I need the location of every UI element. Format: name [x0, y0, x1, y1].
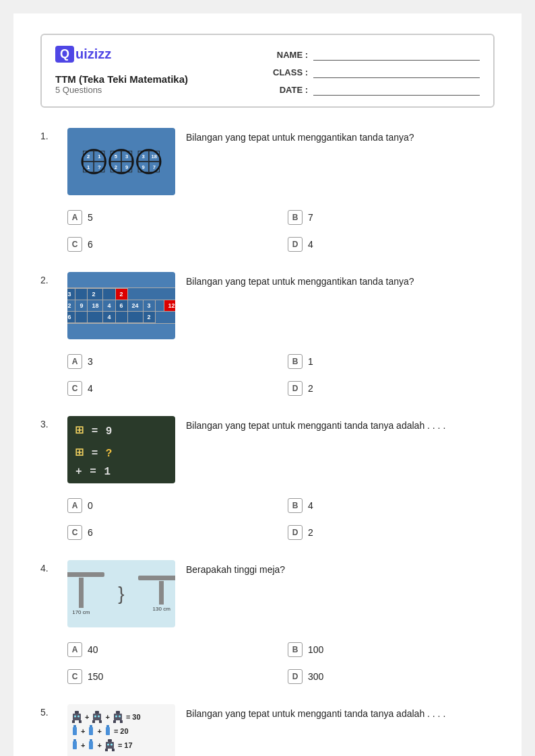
option-4a[interactable]: A 40 [67, 638, 274, 661]
option-2b-value: 1 [308, 356, 313, 367]
question-3-image: ⊞ = 9 ⊞ = ? + = 1 [67, 416, 175, 483]
svg-rect-25 [73, 739, 76, 741]
svg-rect-9 [99, 720, 102, 723]
option-1d[interactable]: D 4 [288, 233, 495, 256]
question-4-num: 4. [40, 560, 57, 574]
option-2d-letter: D [288, 381, 303, 396]
option-2c-letter: C [67, 381, 82, 396]
date-line[interactable] [313, 83, 480, 96]
option-3b-letter: B [288, 498, 303, 513]
option-3d-value: 2 [308, 527, 313, 538]
option-2d[interactable]: D 2 [288, 377, 495, 400]
option-4c-value: 150 [88, 671, 103, 682]
header-left: Q uizizz TTM (Teka Teki Matematika) 5 Qu… [55, 46, 268, 96]
option-1d-value: 4 [308, 239, 313, 250]
option-3b[interactable]: B 4 [288, 494, 495, 517]
option-4a-value: 40 [88, 644, 98, 655]
option-4d[interactable]: D 300 [288, 665, 495, 688]
date-field-row: DATE : [268, 83, 480, 96]
option-3c-value: 6 [88, 527, 93, 538]
option-3c-letter: C [67, 525, 82, 540]
option-3b-value: 4 [308, 500, 313, 511]
chalk-line-3: + = 1 [75, 466, 111, 478]
svg-rect-31 [112, 749, 115, 751]
logo-q: Q [55, 46, 74, 63]
option-3a-letter: A [67, 498, 82, 513]
class-line[interactable] [313, 66, 480, 78]
svg-rect-7 [95, 711, 99, 714]
svg-rect-28 [106, 742, 114, 749]
name-line[interactable] [313, 48, 480, 61]
option-4c-letter: C [67, 669, 82, 684]
option-2a[interactable]: A 3 [67, 350, 274, 373]
option-3a-value: 0 [88, 500, 93, 511]
question-5-row: 5. + + = 30 + [40, 704, 495, 756]
q5-row-3: + + = 17 [71, 739, 171, 751]
question-3-num: 3. [40, 416, 57, 429]
option-3a[interactable]: A 0 [67, 494, 274, 517]
svg-point-33 [111, 744, 113, 746]
svg-rect-20 [89, 727, 93, 735]
svg-point-32 [107, 744, 109, 746]
option-1b-letter: B [288, 210, 303, 225]
option-2a-value: 3 [88, 356, 93, 367]
svg-point-11 [98, 716, 100, 718]
question-4-row: 4. 170 cm } 130 cm [40, 560, 495, 627]
option-1c-value: 6 [88, 239, 93, 250]
option-1a-letter: A [67, 210, 82, 225]
svg-rect-13 [116, 711, 120, 714]
option-1d-letter: D [288, 237, 303, 252]
quiz-title: TTM (Teka Teki Matematika) [55, 73, 268, 85]
svg-point-5 [77, 716, 80, 718]
header-box: Q uizizz TTM (Teka Teki Matematika) 5 Qu… [40, 34, 495, 108]
question-3-options: A 0 B 4 C 6 D 2 [67, 494, 495, 544]
option-1a[interactable]: A 5 [67, 206, 274, 229]
q1-circles: 21 1? 53 29 [82, 149, 162, 174]
question-2-options: A 3 B 1 C 4 D 2 [67, 350, 495, 400]
svg-rect-0 [73, 714, 81, 720]
svg-rect-19 [73, 725, 76, 727]
logo: Q uizizz [55, 46, 268, 63]
option-3c[interactable]: C 6 [67, 521, 274, 544]
question-4-image: 170 cm } 130 cm [67, 560, 175, 627]
option-3d-letter: D [288, 525, 303, 540]
option-1a-value: 5 [88, 212, 93, 223]
svg-rect-12 [114, 714, 122, 720]
svg-point-4 [74, 716, 76, 718]
question-2-text: Bilangan yang tepat untuk menggantikan t… [186, 272, 414, 289]
option-1b[interactable]: B 7 [288, 206, 495, 229]
option-2d-value: 2 [308, 383, 313, 394]
option-2b-letter: B [288, 354, 303, 369]
question-2-image: 3 2 2 2 9 18 4 6 [67, 272, 175, 339]
option-2c[interactable]: C 4 [67, 377, 274, 400]
question-2: 2. 3 2 2 2 [40, 272, 495, 400]
svg-rect-22 [106, 727, 110, 735]
option-4c[interactable]: C 150 [67, 665, 274, 688]
question-5: 5. + + = 30 + [40, 704, 495, 756]
svg-rect-2 [72, 720, 75, 723]
question-1-text: Bilangan yang tepat untuk menggantikan t… [186, 128, 414, 145]
option-2b[interactable]: B 1 [288, 350, 495, 373]
option-2a-letter: A [67, 354, 82, 369]
option-4a-letter: A [67, 642, 82, 657]
question-1-image: 21 1? 53 29 [67, 128, 175, 195]
svg-rect-27 [90, 739, 92, 741]
q5-row-2: + + = 20 [71, 725, 171, 737]
question-1: 1. 21 1? 53 [40, 128, 495, 256]
option-1c[interactable]: C 6 [67, 233, 274, 256]
chalk-line-2: ⊞ = ? [75, 444, 113, 460]
option-3d[interactable]: D 2 [288, 521, 495, 544]
page: Q uizizz TTM (Teka Teki Matematika) 5 Qu… [13, 13, 522, 756]
option-2c-value: 4 [88, 383, 93, 394]
question-4-options: A 40 B 100 C 150 D 300 [67, 638, 495, 688]
q5-row-1: + + = 30 [71, 711, 171, 723]
name-field-row: NAME : [268, 48, 480, 61]
svg-rect-8 [92, 720, 95, 723]
option-4b-letter: B [288, 642, 303, 657]
svg-rect-3 [79, 720, 82, 723]
question-2-num: 2. [40, 272, 57, 285]
question-1-num: 1. [40, 128, 57, 141]
option-4b[interactable]: B 100 [288, 638, 495, 661]
question-5-num: 5. [40, 704, 57, 718]
svg-rect-14 [113, 720, 116, 723]
